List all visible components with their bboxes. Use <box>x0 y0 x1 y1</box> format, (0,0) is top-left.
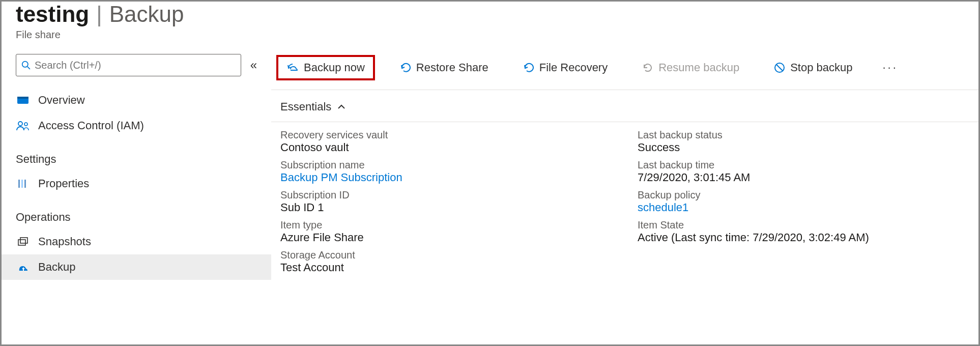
field-label: Item State <box>638 219 964 231</box>
sidebar-item-label: Backup <box>38 261 75 274</box>
sidebar-item-overview[interactable]: Overview <box>2 88 271 113</box>
field-value: Success <box>638 141 964 154</box>
people-icon <box>16 121 30 131</box>
essentials-body: Recovery services vault Contoso vault Su… <box>271 122 978 290</box>
field-last-backup-time: Last backup time 7/29/2020, 3:01:45 AM <box>638 159 964 184</box>
sidebar: « Overview Access Control (IAM) Settings <box>2 45 271 344</box>
field-value: Sub ID 1 <box>280 201 607 214</box>
sidebar-item-label: Properties <box>38 177 89 190</box>
main-panel: Backup now Restore Share File Recovery <box>271 45 978 344</box>
collapse-sidebar-button[interactable]: « <box>250 58 257 72</box>
sidebar-search-input[interactable] <box>35 60 236 71</box>
field-recovery-vault: Recovery services vault Contoso vault <box>280 129 607 154</box>
field-value: Azure File Share <box>280 231 607 244</box>
button-label: Resume backup <box>658 61 739 74</box>
snapshots-icon <box>16 237 30 247</box>
field-label: Last backup time <box>638 159 964 171</box>
refresh-icon <box>642 62 653 73</box>
stop-icon <box>774 62 785 73</box>
button-label: Restore Share <box>416 61 488 74</box>
field-label: Item type <box>280 219 607 231</box>
svg-rect-3 <box>17 97 28 99</box>
essentials-col-left: Recovery services vault Contoso vault Su… <box>280 129 607 279</box>
button-label: File Recovery <box>539 61 608 74</box>
more-actions-button[interactable]: ··· <box>878 61 903 74</box>
undo-icon <box>400 62 411 73</box>
essentials-toggle[interactable]: Essentials <box>271 90 978 122</box>
field-value: Active (Last sync time: 7/29/2020, 3:02:… <box>638 231 964 244</box>
properties-icon <box>16 179 30 189</box>
page-title-row: testing | Backup <box>16 2 964 27</box>
field-label: Storage Account <box>280 249 607 261</box>
field-value: Contoso vault <box>280 141 607 154</box>
field-subscription-name: Subscription name Backup PM Subscription <box>280 159 607 184</box>
restore-share-button[interactable]: Restore Share <box>390 55 498 80</box>
sidebar-item-properties[interactable]: Properties <box>2 171 271 196</box>
backup-now-icon <box>286 62 299 73</box>
field-label: Backup policy <box>638 189 964 201</box>
sidebar-search[interactable] <box>16 54 241 76</box>
app-frame: testing | Backup File share « <box>2 2 978 344</box>
svg-rect-8 <box>24 180 26 188</box>
sidebar-item-label: Overview <box>38 94 85 107</box>
backup-policy-link[interactable]: schedule1 <box>638 201 964 214</box>
body: « Overview Access Control (IAM) Settings <box>2 45 978 344</box>
backup-icon <box>16 262 30 272</box>
title-separator: | <box>93 2 105 27</box>
field-item-state: Item State Active (Last sync time: 7/29/… <box>638 219 964 244</box>
command-bar: Backup now Restore Share File Recovery <box>271 45 978 90</box>
svg-line-12 <box>776 65 783 71</box>
resource-type-label: File share <box>16 29 964 41</box>
sidebar-item-backup[interactable]: Backup <box>2 254 271 280</box>
essentials-col-right: Last backup status Success Last backup t… <box>638 129 964 279</box>
svg-line-1 <box>27 67 30 69</box>
svg-point-4 <box>18 122 22 126</box>
svg-rect-7 <box>21 180 23 188</box>
field-label: Subscription ID <box>280 189 607 201</box>
undo-icon <box>523 62 534 73</box>
button-label: Backup now <box>304 61 365 74</box>
svg-point-5 <box>24 123 27 126</box>
field-subscription-id: Subscription ID Sub ID 1 <box>280 189 607 214</box>
field-label: Subscription name <box>280 159 607 171</box>
sidebar-item-label: Access Control (IAM) <box>38 119 144 132</box>
field-backup-policy: Backup policy schedule1 <box>638 189 964 214</box>
sidebar-search-row: « <box>2 54 271 88</box>
svg-rect-10 <box>20 238 27 243</box>
essentials-label: Essentials <box>280 100 331 113</box>
sidebar-item-label: Snapshots <box>38 235 91 248</box>
stop-backup-button[interactable]: Stop backup <box>764 55 862 80</box>
subscription-link[interactable]: Backup PM Subscription <box>280 171 607 184</box>
svg-rect-6 <box>18 180 20 188</box>
field-value: 7/29/2020, 3:01:45 AM <box>638 171 964 184</box>
field-storage-account: Storage Account Test Account <box>280 249 607 274</box>
field-label: Last backup status <box>638 129 964 141</box>
sidebar-item-snapshots[interactable]: Snapshots <box>2 229 271 254</box>
field-last-backup-status: Last backup status Success <box>638 129 964 154</box>
sidebar-group-settings: Settings <box>2 138 271 171</box>
svg-point-0 <box>22 62 28 67</box>
field-value: Test Account <box>280 261 607 274</box>
field-item-type: Item type Azure File Share <box>280 219 607 244</box>
search-icon <box>21 61 31 70</box>
button-label: Stop backup <box>790 61 852 74</box>
overview-icon <box>16 95 30 105</box>
blade-name: Backup <box>109 2 184 27</box>
chevron-up-icon <box>337 104 345 110</box>
file-recovery-button[interactable]: File Recovery <box>513 55 617 80</box>
page-header: testing | Backup File share <box>2 2 978 45</box>
resume-backup-button: Resume backup <box>632 55 749 80</box>
sidebar-group-operations: Operations <box>2 196 271 229</box>
field-label: Recovery services vault <box>280 129 607 141</box>
backup-now-button[interactable]: Backup now <box>276 55 375 80</box>
svg-rect-9 <box>18 240 25 245</box>
resource-name: testing <box>16 2 89 27</box>
sidebar-item-access-control[interactable]: Access Control (IAM) <box>2 113 271 138</box>
